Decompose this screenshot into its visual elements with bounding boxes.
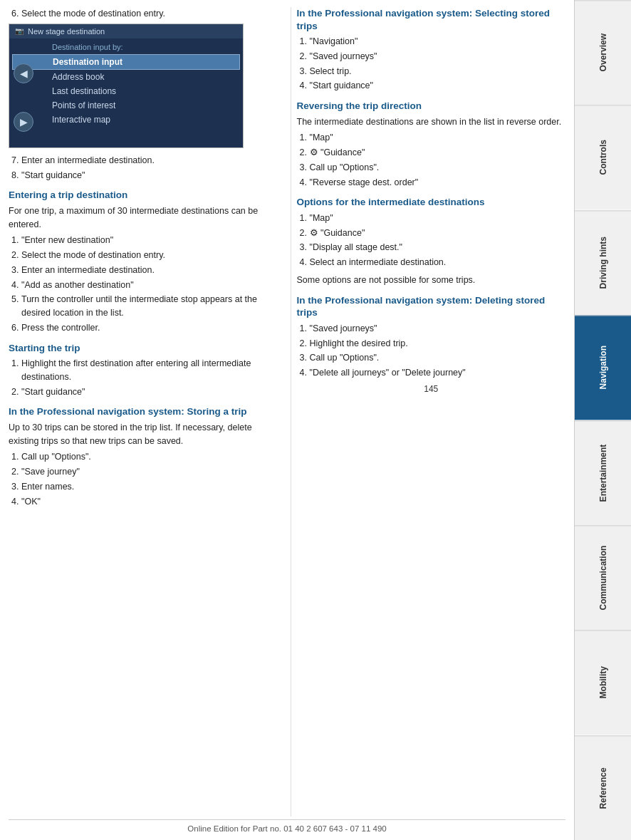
- sel-step-3: Select trip.: [310, 65, 566, 78]
- entering-trip-title: Entering a trip destination: [9, 189, 278, 202]
- arrow-up: ◀: [14, 63, 33, 83]
- et-step-3: Enter an intermediate destination.: [21, 264, 278, 277]
- storing-trip-steps: Call up "Options". "Save journey" Enter …: [21, 450, 278, 508]
- screenshot-item-3: Points of interest: [9, 98, 243, 113]
- deleting-trips-title: In the Professional navigation system: D…: [297, 294, 566, 319]
- str-step-3: Enter names.: [21, 480, 278, 494]
- str-step-1: Call up "Options".: [21, 450, 278, 464]
- page-number: 145: [297, 384, 566, 394]
- del-step-1: "Saved journeys": [310, 322, 566, 336]
- opt-step-2: ⚙ "Guidance": [310, 227, 566, 240]
- sel-step-4: "Start guidance": [310, 79, 566, 93]
- sidebar-tab-reference[interactable]: Reference: [575, 735, 631, 840]
- rev-step-3: Call up "Options".: [310, 161, 566, 175]
- st-step-2: "Start guidance": [21, 385, 278, 399]
- st-step-1: Highlight the first destination after en…: [21, 357, 278, 384]
- footer: Online Edition for Part no. 01 40 2 607 …: [9, 819, 565, 833]
- starting-trip-title: Starting the trip: [9, 342, 278, 355]
- sidebar-tab-mobility[interactable]: Mobility: [575, 630, 631, 735]
- options-note: Some options are not possible for some t…: [297, 274, 566, 287]
- screenshot-title: New stage destination: [28, 27, 105, 36]
- options-intermediate-title: Options for the intermediate destination…: [297, 196, 566, 209]
- arrow-down: ▶: [14, 112, 33, 132]
- main-content: Select the mode of destination entry. 📷 …: [0, 0, 574, 840]
- opt-step-3: "Display all stage dest.": [310, 241, 566, 254]
- reversing-body: The intermediate destinations are shown …: [297, 115, 566, 129]
- storing-trip-title: In the Professional navigation system: S…: [9, 405, 278, 418]
- et-step-4: "Add as another destination": [21, 279, 278, 292]
- sidebar-tab-entertainment[interactable]: Entertainment: [575, 420, 631, 525]
- et-step-2: Select the mode of destination entry.: [21, 249, 278, 262]
- str-step-2: "Save journey": [21, 465, 278, 479]
- step-6: Select the mode of destination entry.: [21, 7, 278, 21]
- et-step-1: "Enter new destination": [21, 234, 278, 247]
- screenshot-arrows: ◀ ▶: [14, 63, 33, 132]
- options-intermediate-steps: "Map" ⚙ "Guidance" "Display all stage de…: [310, 212, 566, 269]
- et-step-6: Press the controller.: [21, 321, 278, 335]
- left-column: Select the mode of destination entry. 📷 …: [9, 7, 291, 816]
- screenshot-item-4: Interactive map: [9, 113, 243, 127]
- del-step-3: Call up "Options".: [310, 351, 566, 365]
- sel-step-2: "Saved journeys": [310, 50, 566, 63]
- sidebar-tab-overview[interactable]: Overview: [575, 0, 631, 105]
- selecting-trips-title: In the Professional navigation system: S…: [297, 7, 566, 32]
- sel-step-1: "Navigation": [310, 35, 566, 48]
- selecting-trips-steps: "Navigation" "Saved journeys" Select tri…: [310, 35, 566, 93]
- opt-step-4: Select an intermediate destination.: [310, 256, 566, 269]
- sidebar: Overview Controls Driving hints Navigati…: [574, 0, 631, 840]
- reversing-steps: "Map" ⚙ "Guidance" Call up "Options". "R…: [310, 131, 566, 189]
- storing-trip-body: Up to 30 trips can be stored in the trip…: [9, 421, 278, 448]
- rev-step-1: "Map": [310, 131, 566, 145]
- sidebar-tab-controls[interactable]: Controls: [575, 105, 631, 209]
- screenshot-item-0: Destination input: [12, 54, 240, 70]
- camera-icon: 📷: [15, 27, 24, 35]
- rev-step-4: "Reverse stage dest. order": [310, 176, 566, 190]
- right-column: In the Professional navigation system: S…: [291, 7, 566, 816]
- screenshot-item-1: Address book: [9, 70, 243, 84]
- deleting-trips-steps: "Saved journeys" Highlight the desired t…: [310, 322, 566, 380]
- step-7: Enter an intermediate destination.: [21, 154, 278, 167]
- screenshot-title-bar: 📷 New stage destination: [9, 24, 243, 38]
- step-8: "Start guidance": [21, 169, 278, 182]
- et-step-5: Turn the controller until the intermedia…: [21, 293, 278, 320]
- screenshot-box: 📷 New stage destination Destination inpu…: [9, 24, 244, 148]
- entering-trip-body: For one trip, a maximum of 30 intermedia…: [9, 204, 278, 232]
- rev-step-2: ⚙ "Guidance": [310, 146, 566, 160]
- screenshot-label: Destination input by:: [9, 43, 243, 51]
- screenshot-body: Destination input by: ◀ ▶ Destination in…: [9, 38, 243, 147]
- str-step-4: "OK": [21, 495, 278, 509]
- del-step-4: "Delete all journeys" or "Delete journey…: [310, 366, 566, 380]
- sidebar-tab-driving-hints[interactable]: Driving hints: [575, 210, 631, 315]
- entering-trip-steps: "Enter new destination" Select the mode …: [21, 234, 278, 334]
- sidebar-tab-communication[interactable]: Communication: [575, 525, 631, 630]
- screenshot-item-2: Last destinations: [9, 84, 243, 98]
- reversing-title: Reversing the trip direction: [297, 100, 566, 113]
- opt-step-1: "Map": [310, 212, 566, 225]
- starting-trip-steps: Highlight the first destination after en…: [21, 357, 278, 398]
- del-step-2: Highlight the desired trip.: [310, 337, 566, 351]
- sidebar-tab-navigation[interactable]: Navigation: [575, 315, 631, 420]
